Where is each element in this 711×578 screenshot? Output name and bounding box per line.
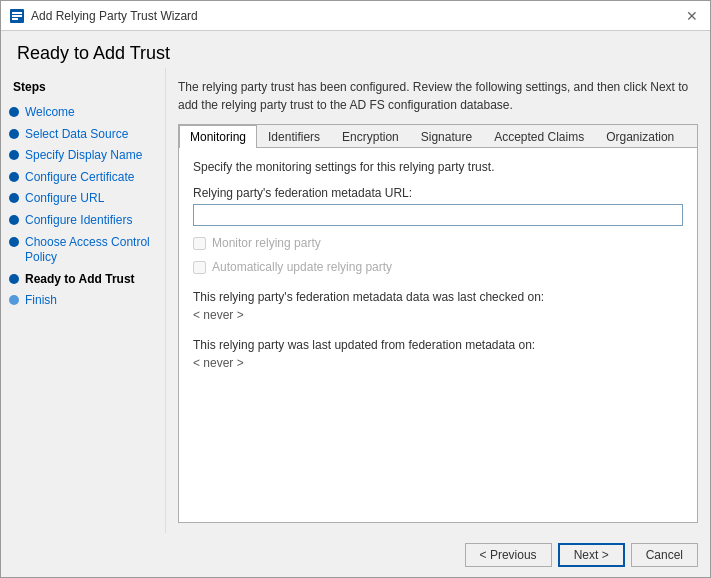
next-button[interactable]: Next > xyxy=(558,543,625,567)
step-label-welcome: Welcome xyxy=(25,105,75,121)
title-bar: Add Relying Party Trust Wizard ✕ xyxy=(1,1,710,31)
description-text: The relying party trust has been configu… xyxy=(178,78,698,114)
step-dot-ready xyxy=(9,274,19,284)
previous-button[interactable]: < Previous xyxy=(465,543,552,567)
title-bar-text: Add Relying Party Trust Wizard xyxy=(31,9,682,23)
sidebar-item-specify-display-name[interactable]: Specify Display Name xyxy=(1,145,165,167)
step-label-ready: Ready to Add Trust xyxy=(25,272,135,288)
step-dot-access xyxy=(9,237,19,247)
body-layout: Steps Welcome Select Data Source Specify… xyxy=(1,68,710,533)
tab-organization[interactable]: Organization xyxy=(595,125,685,148)
sidebar-item-select-data-source[interactable]: Select Data Source xyxy=(1,124,165,146)
step-dot-display xyxy=(9,150,19,160)
monitoring-description: Specify the monitoring settings for this… xyxy=(193,160,683,174)
wizard-window: Add Relying Party Trust Wizard ✕ Ready t… xyxy=(0,0,711,578)
sidebar-item-welcome[interactable]: Welcome xyxy=(1,102,165,124)
auto-update-checkbox[interactable] xyxy=(193,261,206,274)
step-label-identifiers: Configure Identifiers xyxy=(25,213,132,229)
step-label-url: Configure URL xyxy=(25,191,104,207)
step-label-select: Select Data Source xyxy=(25,127,128,143)
step-dot-finish xyxy=(9,295,19,305)
auto-update-checkbox-row: Automatically update relying party xyxy=(193,260,683,274)
tab-accepted-claims[interactable]: Accepted Claims xyxy=(483,125,595,148)
tab-encryption[interactable]: Encryption xyxy=(331,125,410,148)
step-label-access: Choose Access Control Policy xyxy=(25,235,157,266)
step-dot-select xyxy=(9,129,19,139)
step-label-cert: Configure Certificate xyxy=(25,170,134,186)
monitor-checkbox[interactable] xyxy=(193,237,206,250)
steps-label: Steps xyxy=(1,76,165,102)
svg-rect-1 xyxy=(12,12,22,14)
step-dot-identifiers xyxy=(9,215,19,225)
wizard-icon xyxy=(9,8,25,24)
tab-content-monitoring: Specify the monitoring settings for this… xyxy=(179,148,697,522)
main-layout: Ready to Add Trust Steps Welcome Select … xyxy=(1,31,710,577)
footer: < Previous Next > Cancel xyxy=(1,533,710,577)
last-updated-text: This relying party was last updated from… xyxy=(193,336,683,354)
cancel-button[interactable]: Cancel xyxy=(631,543,698,567)
monitor-label: Monitor relying party xyxy=(212,236,321,250)
last-checked-value: < never > xyxy=(193,308,683,322)
sidebar: Steps Welcome Select Data Source Specify… xyxy=(1,68,166,533)
url-label: Relying party's federation metadata URL: xyxy=(193,186,683,200)
svg-rect-3 xyxy=(12,18,18,20)
tab-signature[interactable]: Signature xyxy=(410,125,483,148)
federation-url-input[interactable] xyxy=(193,204,683,226)
tab-bar: Monitoring Identifiers Encryption Signat… xyxy=(179,125,697,148)
sidebar-item-configure-certificate[interactable]: Configure Certificate xyxy=(1,167,165,189)
close-button[interactable]: ✕ xyxy=(682,6,702,26)
tab-monitoring[interactable]: Monitoring xyxy=(179,125,257,148)
svg-rect-2 xyxy=(12,15,22,17)
tab-identifiers[interactable]: Identifiers xyxy=(257,125,331,148)
last-checked-text: This relying party's federation metadata… xyxy=(193,288,683,306)
auto-update-label: Automatically update relying party xyxy=(212,260,392,274)
tab-panel: Monitoring Identifiers Encryption Signat… xyxy=(178,124,698,523)
step-dot-welcome xyxy=(9,107,19,117)
sidebar-item-choose-access-control[interactable]: Choose Access Control Policy xyxy=(1,232,165,269)
tab-endpoints[interactable]: Endpoints xyxy=(685,125,698,148)
step-label-finish: Finish xyxy=(25,293,57,309)
last-updated-value: < never > xyxy=(193,356,683,370)
sidebar-item-configure-url[interactable]: Configure URL xyxy=(1,188,165,210)
sidebar-item-configure-identifiers[interactable]: Configure Identifiers xyxy=(1,210,165,232)
step-label-display: Specify Display Name xyxy=(25,148,142,164)
monitor-checkbox-row: Monitor relying party xyxy=(193,236,683,250)
sidebar-item-ready-to-add-trust[interactable]: Ready to Add Trust xyxy=(1,269,165,291)
step-dot-cert xyxy=(9,172,19,182)
step-dot-url xyxy=(9,193,19,203)
page-title: Ready to Add Trust xyxy=(1,31,710,68)
sidebar-item-finish[interactable]: Finish xyxy=(1,290,165,312)
right-panel: The relying party trust has been configu… xyxy=(166,68,710,533)
